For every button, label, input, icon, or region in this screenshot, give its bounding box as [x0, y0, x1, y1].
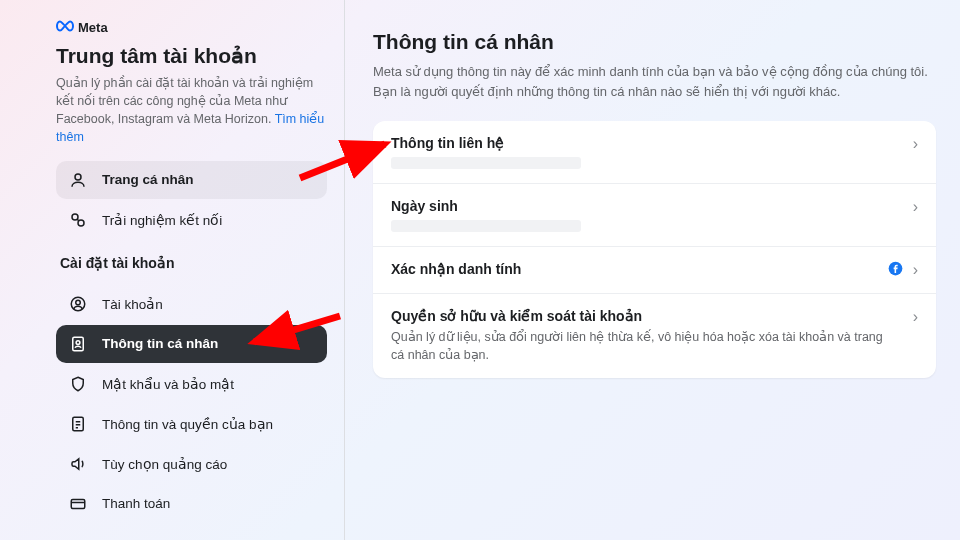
- megaphone-icon: [68, 455, 88, 473]
- shield-icon: [68, 375, 88, 393]
- svg-rect-8: [71, 499, 85, 508]
- sidebar-item-label: Tài khoản: [102, 296, 163, 312]
- facebook-icon: [888, 261, 903, 279]
- page-title: Thông tin cá nhân: [373, 30, 936, 54]
- sidebar-item-label: Trang cá nhân: [102, 172, 194, 187]
- redacted-value: [391, 157, 581, 169]
- link-icon: [68, 211, 88, 229]
- vertical-divider: [344, 0, 345, 540]
- document-check-icon: [68, 415, 88, 433]
- sidebar-item-ad-preferences[interactable]: Tùy chọn quảng cáo: [56, 445, 327, 483]
- svg-point-6: [76, 340, 80, 344]
- credit-card-icon: [68, 495, 88, 513]
- sidebar-item-label: Thanh toán: [102, 496, 170, 511]
- sidebar-title: Trung tâm tài khoản: [56, 44, 327, 68]
- sidebar-item-label: Tùy chọn quảng cáo: [102, 456, 227, 472]
- chevron-right-icon: ›: [913, 308, 918, 326]
- sidebar-item-label: Trải nghiệm kết nối: [102, 212, 222, 228]
- id-card-icon: [68, 335, 88, 353]
- brand-name: Meta: [78, 20, 108, 35]
- sidebar-item-payments[interactable]: Thanh toán: [56, 485, 327, 523]
- chevron-right-icon: ›: [913, 198, 918, 216]
- svg-point-2: [78, 220, 84, 226]
- sidebar-item-accounts[interactable]: Tài khoản: [56, 285, 327, 323]
- row-contact-info[interactable]: Thông tin liên hệ ›: [373, 121, 936, 184]
- redacted-value: [391, 220, 581, 232]
- sidebar-item-personal-details[interactable]: Thông tin cá nhân: [56, 325, 327, 363]
- svg-point-1: [72, 214, 78, 220]
- meta-infinity-icon: [56, 18, 74, 36]
- svg-point-4: [76, 300, 81, 305]
- brand-logo: Meta: [56, 18, 327, 36]
- sidebar-item-profiles[interactable]: Trang cá nhân: [56, 161, 327, 199]
- page-description: Meta sử dụng thông tin này để xác minh d…: [373, 62, 936, 101]
- row-birthday[interactable]: Ngày sinh ›: [373, 184, 936, 247]
- user-circle-icon: [68, 295, 88, 313]
- sidebar-item-connected-experiences[interactable]: Trải nghiệm kết nối: [56, 201, 327, 239]
- row-title: Ngày sinh: [391, 198, 913, 214]
- svg-point-0: [75, 174, 81, 180]
- row-subtitle: Quản lý dữ liệu, sửa đổi người liên hệ t…: [391, 328, 891, 364]
- sidebar-section-label: Cài đặt tài khoản: [60, 255, 327, 271]
- sidebar-item-label: Mật khẩu và bảo mật: [102, 376, 234, 392]
- settings-card: Thông tin liên hệ › Ngày sinh › Xác nhận…: [373, 121, 936, 378]
- chevron-right-icon: ›: [913, 261, 918, 279]
- sidebar-description: Quản lý phần cài đặt tài khoản và trải n…: [56, 74, 327, 147]
- row-title: Thông tin liên hệ: [391, 135, 913, 151]
- sidebar-item-label: Thông tin cá nhân: [102, 336, 218, 351]
- sidebar-item-label: Thông tin và quyền của bạn: [102, 416, 273, 432]
- row-ownership-control[interactable]: Quyền sở hữu và kiểm soát tài khoản Quản…: [373, 294, 936, 378]
- sidebar-item-password-security[interactable]: Mật khẩu và bảo mật: [56, 365, 327, 403]
- row-identity-confirmation[interactable]: Xác nhận danh tính ›: [373, 247, 936, 294]
- chevron-right-icon: ›: [913, 135, 918, 153]
- row-title: Quyền sở hữu và kiểm soát tài khoản: [391, 308, 913, 324]
- sidebar-item-info-permissions[interactable]: Thông tin và quyền của bạn: [56, 405, 327, 443]
- person-icon: [68, 171, 88, 189]
- row-title: Xác nhận danh tính: [391, 261, 888, 277]
